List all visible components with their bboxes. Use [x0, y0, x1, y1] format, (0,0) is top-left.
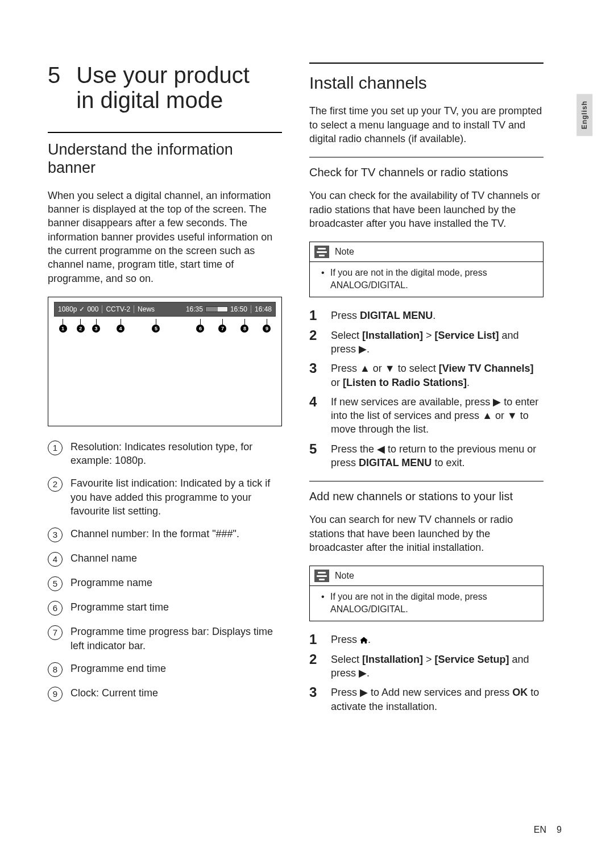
body-add-channels: You can search for new TV channels or ra… — [309, 513, 544, 554]
note-text: If you are not in the digital mode, pres… — [330, 591, 536, 615]
footer-lang: EN — [534, 824, 546, 836]
step-text: Press ▲ or ▼ to select [View TV Channels… — [331, 362, 544, 389]
legend-item: 7Programme time progress bar: Displays t… — [48, 625, 282, 653]
step-number: 5 — [309, 442, 321, 470]
legend-item: 3Channel number: In the format "###". — [48, 527, 282, 542]
note-title: Note — [335, 246, 354, 258]
callout-marker: 6 — [196, 319, 204, 333]
info-banner-strip: 1080p ✓ 000 CCTV-2 News 16:35 16:50 16:4… — [54, 302, 276, 317]
step-item: 2Select [Installation] > [Service List] … — [309, 329, 544, 356]
legend-text: Favourite list indication: Indicated by … — [70, 476, 282, 518]
step-text: Press DIGITAL MENU. — [331, 309, 435, 322]
steps-check-channels: 1Press DIGITAL MENU.2Select [Installatio… — [309, 309, 544, 470]
note-text: If you are not in the digital mode, pres… — [330, 267, 536, 291]
chapter-title: 5 Use your product in digital mode — [48, 63, 282, 113]
subheading-add-channels: Add new channels or stations to your lis… — [309, 489, 544, 504]
step-number: 2 — [309, 329, 321, 356]
legend-text: Programme end time — [70, 662, 166, 677]
home-icon — [360, 637, 368, 643]
banner-programme-name: News — [138, 305, 155, 314]
legend-number: 4 — [48, 552, 63, 567]
step-number: 1 — [309, 633, 321, 646]
callout-marker: 8 — [240, 319, 248, 333]
banner-end-time: 16:50 — [230, 305, 247, 314]
step-number: 4 — [309, 395, 321, 437]
section-heading-install: Install channels — [309, 73, 544, 93]
section-rule: Understand the information banner — [48, 132, 282, 177]
legend-item: 2Favourite list indication: Indicated by… — [48, 476, 282, 518]
section-rule: Install channels — [309, 63, 544, 93]
step-text: If new services are available, press ▶ t… — [331, 395, 544, 437]
step-text: Select [Installation] > [Service Setup] … — [331, 653, 544, 680]
legend-number: 1 — [48, 441, 63, 455]
step-text: Press the ◀ to return to the previous me… — [331, 442, 544, 470]
chapter-title-line2: in digital mode — [76, 88, 223, 113]
callout-marker: 1 — [59, 319, 67, 333]
callout-marker: 4 — [117, 319, 125, 333]
legend-item: 6Programme start time — [48, 600, 282, 616]
banner-channel-number: 000 — [87, 305, 98, 314]
note-icon — [314, 570, 329, 582]
banner-clock: 16:48 — [255, 305, 272, 314]
step-item: 1Press DIGITAL MENU. — [309, 309, 544, 322]
language-tab: English — [576, 94, 592, 136]
legend-number: 8 — [48, 662, 63, 677]
chapter-number: 5 — [48, 63, 60, 88]
section-heading-info-banner: Understand the information banner — [48, 141, 282, 177]
banner-start-time: 16:35 — [186, 305, 203, 314]
legend-text: Programme start time — [70, 600, 169, 616]
step-number: 2 — [309, 653, 321, 680]
legend-text: Resolution: Indicates resolution type, f… — [70, 440, 282, 468]
progress-bar-icon — [205, 306, 228, 312]
banner-channel-name: CCTV-2 — [106, 305, 130, 314]
legend-item: 9Clock: Current time — [48, 686, 282, 701]
step-text: Press . — [331, 633, 371, 646]
intro-text-right: The first time you set up your TV, you a… — [309, 104, 544, 146]
legend-text: Clock: Current time — [70, 686, 158, 701]
callout-marker: 9 — [263, 319, 271, 333]
step-item: 4If new services are available, press ▶ … — [309, 395, 544, 437]
legend-number: 9 — [48, 687, 63, 701]
legend-number: 5 — [48, 576, 63, 591]
left-column: 5 Use your product in digital mode Under… — [48, 63, 282, 834]
banner-resolution: 1080p — [58, 305, 77, 314]
legend-text: Programme time progress bar: Displays ti… — [70, 625, 282, 653]
step-item: 3Press ▲ or ▼ to select [View TV Channel… — [309, 362, 544, 389]
callout-marker: 5 — [152, 319, 160, 333]
steps-add-channels: 1Press .2Select [Installation] > [Servic… — [309, 633, 544, 713]
note-box: Note • If you are not in the digital mod… — [309, 566, 544, 621]
step-item: 5Press the ◀ to return to the previous m… — [309, 442, 544, 470]
callout-marker: 2 — [77, 319, 85, 333]
favourite-tick-icon: ✓ — [79, 305, 85, 314]
step-text: Press ▶ to Add new services and press OK… — [331, 686, 544, 713]
page-footer: EN 9 — [534, 824, 562, 836]
legend-text: Channel name — [70, 551, 137, 567]
step-text: Select [Installation] > [Service List] a… — [331, 329, 544, 356]
legend-item: 8Programme end time — [48, 662, 282, 677]
legend-number: 7 — [48, 625, 63, 640]
chapter-title-line1: Use your product — [76, 63, 250, 88]
footer-page: 9 — [557, 824, 562, 836]
note-box: Note • If you are not in the digital mod… — [309, 242, 544, 297]
intro-text-left: When you select a digital channel, an in… — [48, 189, 282, 285]
legend-item: 5Programme name — [48, 576, 282, 591]
callout-marker: 3 — [92, 319, 100, 333]
callout-marker: 7 — [218, 319, 226, 333]
legend-item: 1Resolution: Indicates resolution type, … — [48, 440, 282, 468]
banner-callout-row: 123456789 — [54, 319, 276, 335]
legend-list: 1Resolution: Indicates resolution type, … — [48, 440, 282, 701]
step-number: 3 — [309, 686, 321, 713]
legend-number: 3 — [48, 528, 63, 542]
legend-text: Channel number: In the format "###". — [70, 527, 239, 542]
step-number: 3 — [309, 362, 321, 389]
step-item: 1Press . — [309, 633, 544, 646]
body-check-channels: You can check for the availability of TV… — [309, 189, 544, 230]
legend-item: 4Channel name — [48, 551, 282, 567]
legend-text: Programme name — [70, 576, 152, 591]
page: English 5 Use your product in digital mo… — [0, 0, 614, 868]
step-item: 3Press ▶ to Add new services and press O… — [309, 686, 544, 713]
step-item: 2Select [Installation] > [Service Setup]… — [309, 653, 544, 680]
note-title: Note — [335, 570, 354, 582]
subheading-check-channels: Check for TV channels or radio stations — [309, 165, 544, 180]
info-banner-figure: 1080p ✓ 000 CCTV-2 News 16:35 16:50 16:4… — [48, 297, 282, 426]
